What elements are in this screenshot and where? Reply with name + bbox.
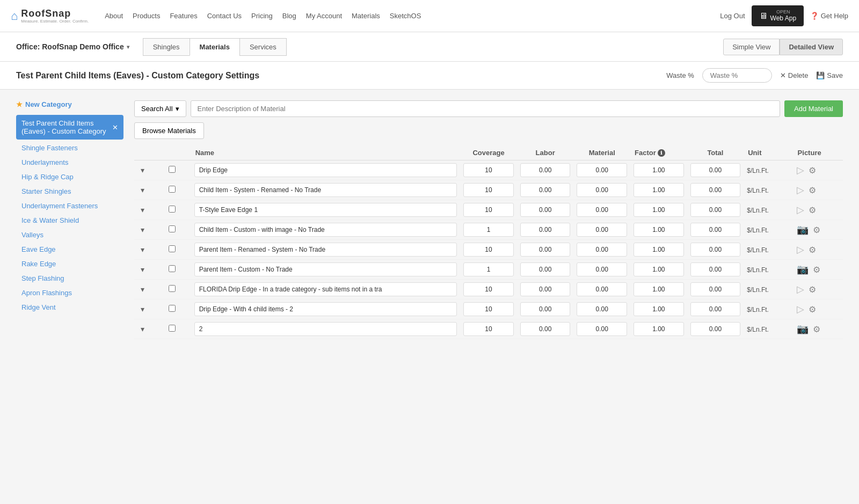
row-checkbox[interactable] [169, 265, 176, 272]
sidebar-link[interactable]: Starter Shingles [16, 184, 123, 199]
material-input[interactable] [577, 223, 627, 237]
office-selector[interactable]: Office: RoofSnap Demo Office ▾ [16, 42, 129, 51]
sidebar-link[interactable]: Apron Flashings [16, 286, 123, 300]
material-input[interactable] [577, 282, 627, 296]
gear-button[interactable]: ⚙ [806, 184, 818, 196]
material-input[interactable] [577, 262, 627, 276]
labor-input[interactable] [520, 262, 571, 276]
sidebar-link[interactable]: Rake Edge [16, 257, 123, 271]
sidebar-active-item[interactable]: Test Parent Child Items (Eaves) - Custom… [16, 115, 123, 140]
factor-input[interactable] [634, 223, 684, 237]
browse-materials-button[interactable]: Browse Materials [134, 122, 204, 139]
total-input[interactable] [690, 302, 741, 316]
nav-about[interactable]: About [105, 12, 123, 20]
row-checkbox[interactable] [169, 206, 176, 213]
search-all-button[interactable]: Search All ▾ [134, 100, 186, 117]
expand-button[interactable]: ▾ [137, 185, 148, 195]
total-input[interactable] [690, 282, 741, 296]
name-input[interactable] [194, 223, 457, 237]
factor-input[interactable] [634, 282, 684, 296]
expand-button[interactable]: ▾ [137, 204, 148, 215]
name-input[interactable] [194, 243, 457, 257]
labor-input[interactable] [520, 163, 571, 177]
tab-services[interactable]: Services [239, 38, 287, 56]
expand-button[interactable]: ▾ [137, 324, 148, 334]
row-checkbox[interactable] [169, 166, 176, 173]
total-input[interactable] [690, 322, 741, 336]
nav-pricing[interactable]: Pricing [251, 12, 273, 20]
sidebar-link[interactable]: Ridge Vent [16, 300, 123, 315]
material-input[interactable] [577, 183, 627, 197]
tab-shingles[interactable]: Shingles [143, 38, 190, 56]
labor-input[interactable] [520, 302, 571, 316]
tab-materials[interactable]: Materials [190, 38, 240, 56]
total-input[interactable] [690, 262, 741, 276]
labor-input[interactable] [520, 203, 571, 217]
coverage-input[interactable] [463, 322, 514, 336]
total-input[interactable] [690, 243, 741, 257]
search-input[interactable] [191, 100, 780, 117]
labor-input[interactable] [520, 282, 571, 296]
name-input[interactable] [194, 302, 457, 316]
factor-input[interactable] [634, 183, 684, 197]
name-input[interactable] [194, 163, 457, 177]
add-material-button[interactable]: Add Material [784, 100, 843, 117]
expand-button[interactable]: ▾ [137, 264, 148, 275]
delete-button[interactable]: ✕ Delete [780, 71, 809, 79]
coverage-input[interactable] [463, 262, 514, 276]
name-input[interactable] [194, 183, 457, 197]
row-checkbox[interactable] [169, 285, 176, 292]
nav-blog[interactable]: Blog [282, 12, 296, 20]
name-input[interactable] [194, 322, 457, 336]
gear-button[interactable]: ⚙ [806, 164, 818, 177]
gear-button[interactable]: ⚙ [806, 283, 818, 296]
factor-input[interactable] [634, 302, 684, 316]
expand-button[interactable]: ▾ [137, 165, 148, 176]
row-checkbox[interactable] [169, 225, 176, 232]
labor-input[interactable] [520, 243, 571, 257]
expand-button[interactable]: ▾ [137, 244, 148, 255]
sidebar-link[interactable]: Underlayments [16, 155, 123, 170]
gear-button[interactable]: ⚙ [806, 204, 818, 216]
sidebar-link[interactable]: Ice & Water Shield [16, 213, 123, 228]
coverage-input[interactable] [463, 223, 514, 237]
save-button[interactable]: 💾 Save [816, 71, 843, 79]
gear-button[interactable]: ⚙ [811, 224, 822, 236]
nav-features[interactable]: Features [170, 12, 197, 20]
name-input[interactable] [194, 262, 457, 276]
factor-input[interactable] [634, 203, 684, 217]
nav-contact[interactable]: Contact Us [207, 12, 242, 20]
total-input[interactable] [690, 163, 741, 177]
waste-input[interactable] [702, 68, 772, 83]
expand-button[interactable]: ▾ [137, 284, 148, 295]
simple-view-btn[interactable]: Simple View [723, 39, 780, 55]
detailed-view-btn[interactable]: Detailed View [780, 39, 843, 55]
material-input[interactable] [577, 302, 627, 316]
coverage-input[interactable] [463, 282, 514, 296]
factor-input[interactable] [634, 163, 684, 177]
nav-materials[interactable]: Materials [352, 12, 380, 20]
coverage-input[interactable] [463, 302, 514, 316]
row-checkbox[interactable] [169, 325, 176, 332]
row-checkbox[interactable] [169, 305, 176, 312]
sidebar-link[interactable]: Shingle Fasteners [16, 141, 123, 155]
total-input[interactable] [690, 203, 741, 217]
name-input[interactable] [194, 203, 457, 217]
labor-input[interactable] [520, 183, 571, 197]
coverage-input[interactable] [463, 203, 514, 217]
row-checkbox[interactable] [169, 186, 176, 193]
total-input[interactable] [690, 223, 741, 237]
material-input[interactable] [577, 322, 627, 336]
factor-input[interactable] [634, 262, 684, 276]
gear-button[interactable]: ⚙ [811, 264, 822, 276]
new-category-btn[interactable]: ★ New Category [16, 100, 123, 108]
nav-myaccount[interactable]: My Account [306, 12, 342, 20]
factor-input[interactable] [634, 322, 684, 336]
material-input[interactable] [577, 243, 627, 257]
factor-info-icon[interactable]: ℹ [658, 149, 665, 157]
expand-button[interactable]: ▾ [137, 224, 148, 235]
sidebar-link[interactable]: Hip & Ridge Cap [16, 170, 123, 184]
total-input[interactable] [690, 183, 741, 197]
sidebar-link[interactable]: Eave Edge [16, 242, 123, 257]
gear-button[interactable]: ⚙ [806, 244, 818, 256]
